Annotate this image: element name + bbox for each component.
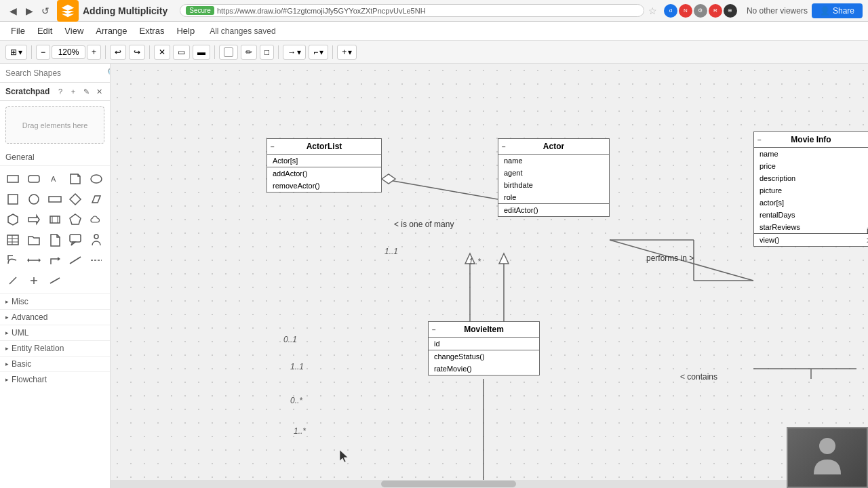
shape-table[interactable] xyxy=(4,231,22,249)
movieinfo-field-picture: picture xyxy=(754,184,868,197)
svg-text:A: A xyxy=(51,175,56,183)
movieinfo-method-1: view() xyxy=(754,234,868,246)
scratchpad-edit-button[interactable]: ✎ xyxy=(81,86,92,97)
scratchpad-section: Scratchpad ? + ✎ ✕ xyxy=(0,83,110,101)
zoom-level[interactable]: 120% xyxy=(52,45,85,59)
video-feed xyxy=(787,427,868,488)
actor-box[interactable]: − Actor name agent birthdate role editAc… xyxy=(498,138,610,217)
movieinfo-field-rentaldays: rentalDays xyxy=(754,209,868,221)
address-bar[interactable]: Secure https://www.draw.io/#G1zgtcmojiJf… xyxy=(180,4,644,17)
toolbar-separator-3 xyxy=(149,45,150,59)
svg-line-31 xyxy=(50,278,60,283)
sidebar-cat-misc[interactable]: ▸ Misc xyxy=(0,293,110,309)
insert-dropdown: ▾ xyxy=(348,47,352,57)
share-button[interactable]: 👤 Share xyxy=(812,3,863,18)
to-front-button[interactable]: ▭ xyxy=(173,45,190,60)
to-back-button[interactable]: ▬ xyxy=(193,45,210,60)
shape-horizontal-rect[interactable] xyxy=(46,190,64,208)
shape-rounded-rect[interactable] xyxy=(25,170,43,188)
sidebar-cat-flowchart[interactable]: ▸ Flowchart xyxy=(0,371,110,387)
shape-curved-arrow[interactable] xyxy=(4,251,22,269)
shape-process[interactable] xyxy=(46,211,64,228)
back-button[interactable]: ◀ xyxy=(5,3,20,18)
delete-button[interactable]: ✕ xyxy=(154,45,170,60)
search-input[interactable] xyxy=(5,68,107,78)
shape-pentagon[interactable] xyxy=(66,211,84,228)
waypoint-button[interactable]: ⌐ ▾ xyxy=(309,45,328,60)
shape-angled-line[interactable] xyxy=(46,272,64,289)
shape-text[interactable]: A xyxy=(46,170,64,188)
shape-folder[interactable] xyxy=(25,231,43,249)
sidebar-cat-entity-relation[interactable]: ▸ Entity Relation xyxy=(0,340,110,356)
zoom-in-button[interactable]: + xyxy=(87,45,101,60)
shape-page[interactable] xyxy=(46,231,64,249)
actorlist-title: ActorList xyxy=(307,142,342,151)
shape-elbow-arrow[interactable] xyxy=(46,251,64,269)
toolbar-separator-2 xyxy=(105,45,106,59)
shape-callout[interactable] xyxy=(66,231,84,249)
menu-view[interactable]: View xyxy=(59,24,89,38)
scratchpad-add-button[interactable]: + xyxy=(68,86,79,97)
actor-field-name: name xyxy=(498,155,609,167)
refresh-button[interactable]: ↺ xyxy=(38,3,53,18)
shape-line[interactable] xyxy=(66,251,84,269)
shape-note[interactable] xyxy=(66,170,84,188)
shape-categories: General A xyxy=(0,149,110,488)
category-general[interactable]: General xyxy=(0,149,110,166)
horizontal-scrollbar[interactable] xyxy=(111,480,787,488)
movieitem-section1: id xyxy=(429,338,539,350)
scratchpad-close-button[interactable]: ✕ xyxy=(94,86,104,97)
movieinfo-field-description: description xyxy=(754,172,868,184)
shape-arrow-right[interactable] xyxy=(25,211,43,228)
shape-icon: □ xyxy=(264,47,269,57)
movieinfo-collapse-icon[interactable]: − xyxy=(757,136,762,144)
shape-parallelogram[interactable] xyxy=(87,190,105,208)
shape-ellipse[interactable] xyxy=(87,170,105,188)
connection-button[interactable]: → ▾ xyxy=(283,45,306,60)
forward-button[interactable]: ▶ xyxy=(22,3,37,18)
menu-arrange[interactable]: Arrange xyxy=(90,24,132,38)
sidebar-cat-basic[interactable]: ▸ Basic xyxy=(0,356,110,371)
to-back-icon: ▬ xyxy=(197,47,205,57)
scrollbar-thumb[interactable] xyxy=(381,481,516,487)
menu-extras[interactable]: Extras xyxy=(134,24,170,38)
movieitem-box[interactable]: − MovieItem id changeStatus() rateMovie(… xyxy=(428,321,540,375)
menu-help[interactable]: Help xyxy=(171,24,200,38)
shape-rect[interactable] xyxy=(4,170,22,188)
shape-circle[interactable] xyxy=(25,190,43,208)
shape-cloud[interactable] xyxy=(87,211,105,228)
movieitem-collapse-icon[interactable]: − xyxy=(432,326,436,333)
basic-label: Basic xyxy=(12,359,31,369)
sidebar-cat-uml[interactable]: ▸ UML xyxy=(0,325,110,340)
shape-double-arrow[interactable] xyxy=(25,251,43,269)
shape-dashed-line[interactable] xyxy=(87,251,105,269)
saved-status: All changes saved xyxy=(210,26,275,36)
actor-collapse-icon[interactable]: − xyxy=(502,143,506,150)
svg-rect-1 xyxy=(28,176,39,182)
undo-button[interactable]: ↩ xyxy=(110,45,126,60)
shape-hexagon[interactable] xyxy=(4,211,22,228)
flowchart-arrow-icon: ▸ xyxy=(5,376,9,383)
movieinfo-box[interactable]: − Movie Info name price description pict… xyxy=(753,131,868,247)
shape-slash[interactable] xyxy=(4,272,22,289)
shape-perpendicular[interactable] xyxy=(25,272,43,289)
actorlist-box[interactable]: − ActorList Actor[s] addActor() removeAc… xyxy=(267,138,382,192)
view-selector-button[interactable]: ⊞ ▾ xyxy=(5,45,27,60)
sidebar-cat-advanced[interactable]: ▸ Advanced xyxy=(0,309,110,325)
shape-diamond[interactable] xyxy=(66,190,84,208)
insert-button[interactable]: + ▾ xyxy=(337,45,357,60)
menu-file[interactable]: File xyxy=(5,24,31,38)
redo-button[interactable]: ↪ xyxy=(129,45,145,60)
menu-edit[interactable]: Edit xyxy=(32,24,58,38)
scratchpad-help-button[interactable]: ? xyxy=(55,86,66,97)
actorlist-section1: Actor[s] xyxy=(267,155,381,167)
shape-square[interactable] xyxy=(4,190,22,208)
canvas[interactable]: − ActorList Actor[s] addActor() removeAc… xyxy=(111,64,868,488)
line-color-button[interactable]: ✏ xyxy=(241,45,257,60)
actorlist-collapse-icon[interactable]: − xyxy=(271,143,275,150)
shape-button[interactable]: □ xyxy=(260,45,274,60)
shape-person[interactable] xyxy=(87,231,105,249)
zoom-out-button[interactable]: − xyxy=(36,45,50,60)
toolbar-separator-1 xyxy=(31,45,32,59)
fill-color-button[interactable] xyxy=(219,45,238,60)
